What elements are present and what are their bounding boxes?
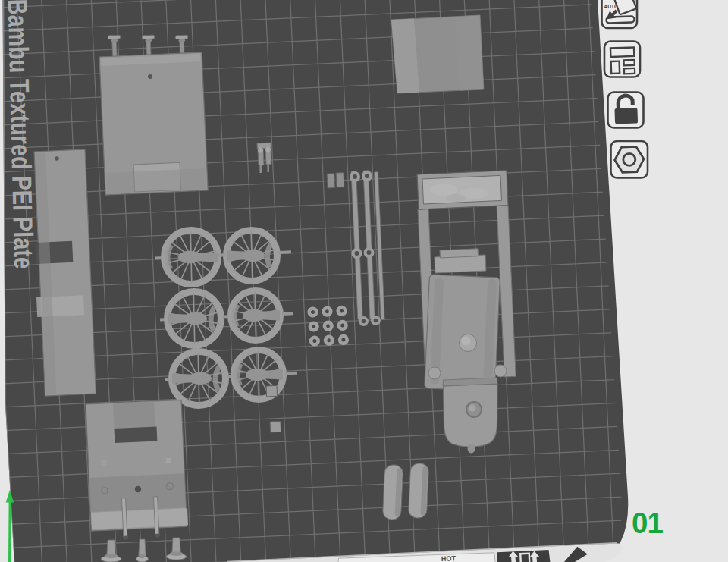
- svg-text:HOT: HOT: [441, 554, 457, 562]
- svg-text:01: 01: [632, 507, 663, 539]
- svg-text:Bambu Textured PEI Plate: Bambu Textured PEI Plate: [2, 0, 40, 269]
